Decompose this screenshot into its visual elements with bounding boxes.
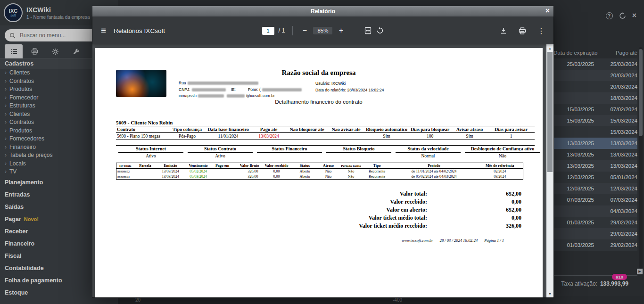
column-header: Dias para bloquear: [408, 126, 452, 133]
pdf-scrollbar[interactable]: ▲ ▼: [546, 44, 553, 297]
column-header: Tipo cobrança: [169, 126, 206, 133]
address-line-3: inmapssl.i@ixcsoft.com.br: [179, 93, 303, 99]
summary-row: Valor ticket médio total:0,00: [95, 214, 521, 222]
redacted-text: [262, 88, 302, 91]
table-cell: Normal: [396, 153, 461, 159]
table-cell: Aberto: [292, 169, 318, 174]
table-cell: 5698 - Plano 150 megas: [116, 133, 169, 140]
report-subtitle: Detalhamento financeiro do contrato: [95, 99, 543, 105]
footer-site: www.ixcsoft.com.br: [402, 238, 433, 243]
summary-value: 326,00: [427, 222, 521, 230]
column-header: Atraso: [318, 163, 339, 169]
table-cell: 02/2024: [477, 169, 523, 174]
modal-close-icon[interactable]: ×: [545, 7, 550, 15]
column-header: Parcela: [134, 163, 157, 169]
table-cell: 0,00: [261, 169, 292, 174]
summary-row: Valor total:652,00: [95, 190, 521, 198]
table-cell: Aberto: [292, 174, 318, 180]
redacted-text: [188, 82, 258, 85]
table-cell: Sim: [365, 133, 408, 140]
table-cell: [326, 153, 391, 159]
zoom-level[interactable]: 85%: [313, 27, 332, 34]
table-cell: 13/03/2024: [251, 133, 287, 140]
rotate-icon[interactable]: [376, 27, 384, 34]
summary-row: Valor ticket médio recebido:326,00: [95, 222, 521, 230]
column-header: Bloqueio automático: [365, 126, 408, 133]
redacted-text: [192, 88, 226, 91]
column-header: Data base financeiro: [206, 126, 251, 133]
scroll-up-arrow[interactable]: ▲: [546, 45, 553, 51]
table-cell: de 11/01/2024 até 04/02/2024: [391, 169, 477, 174]
table-cell: 0,00: [261, 174, 292, 180]
download-icon[interactable]: [500, 27, 507, 34]
table-cell: 13/03/2024: [157, 174, 185, 180]
modal-title: Relatório: [311, 8, 335, 15]
print-icon[interactable]: [519, 27, 526, 34]
column-header: Dias para avisar: [487, 126, 535, 133]
column-header: Status Contrato: [188, 146, 253, 153]
zoom-out-button[interactable]: −: [300, 26, 309, 35]
titles-table: ID TítuloParcelaEmissãoVencimentoPago em…: [116, 163, 523, 180]
table-cell: 05/03/2024: [185, 174, 212, 180]
column-header: Emissão: [157, 163, 185, 169]
table-cell: Não: [339, 174, 363, 180]
table-cell: [327, 133, 365, 140]
column-header: Vencimento: [185, 163, 212, 169]
contract-table: ContratoTipo cobrançaData base financeir…: [116, 126, 535, 140]
report-user-line: Usuário: IXCWiki: [315, 81, 384, 87]
summary-label: Valor ticket médio total:: [369, 214, 427, 222]
toolbar-divider: [292, 26, 293, 35]
report-modal: Relatório × ≡ Relatórios IXCsoft / 1 − 8…: [92, 6, 554, 298]
report-meta-block: Usuário: IXCWiki Data do relatório: 28/0…: [315, 81, 384, 93]
table-cell: Ativo: [188, 153, 253, 159]
modal-titlebar: Relatório ×: [92, 6, 553, 17]
table-cell: Não: [318, 169, 339, 174]
table-cell: Recorrente: [363, 169, 391, 174]
report-footer: www.ixcsoft.com.br28 / 03 / 2024 16:02:2…: [95, 238, 504, 243]
table-cell: 88808652: [116, 169, 134, 174]
pdf-scrollbar-thumb[interactable]: [547, 52, 553, 172]
table-cell: [134, 174, 157, 180]
redacted-text: [198, 94, 224, 98]
client-line: 5609 - Cliente Nico Robin: [116, 120, 173, 125]
column-header: Status Internet: [118, 146, 183, 153]
table-cell: Pós-Pago: [169, 133, 206, 140]
summary-label: Valor ticket médio recebido:: [359, 222, 427, 230]
column-header: Avisar atraso: [452, 126, 487, 133]
table-cell: 326,00: [233, 169, 261, 174]
column-header: Pago em: [212, 163, 233, 169]
table-cell: Não: [318, 174, 339, 180]
report-date-line: Data do relatório: 28/03/2024 16:02:24: [315, 87, 384, 94]
column-header: Desbloqueio de Confiança ativo: [465, 146, 540, 153]
table-cell: [287, 133, 327, 140]
table-cell: Recorrente: [363, 174, 391, 180]
status-table: Status InternetStatus ContratoStatus Fin…: [114, 146, 545, 159]
table-cell: Não: [465, 153, 540, 159]
summary-value: 652,00: [427, 206, 521, 214]
table-cell: 11/01/2024: [206, 133, 251, 140]
scroll-down-arrow[interactable]: ▼: [546, 291, 553, 296]
menu-icon[interactable]: ≡: [101, 25, 106, 36]
page-number-input[interactable]: [262, 27, 274, 35]
summary-value: 652,00: [427, 190, 521, 197]
table-cell: 05/02/2024: [185, 169, 212, 174]
table-cell: Não: [339, 169, 363, 174]
toolbar-left: ≡ Relatórios IXCsoft: [101, 25, 262, 36]
screen: { "sidebar": { "app_name": "IXCWiki", "c…: [0, 0, 644, 304]
table-cell: [257, 153, 322, 159]
column-header: Não bloquear até: [287, 126, 327, 133]
fit-page-icon[interactable]: [364, 27, 372, 34]
table-cell: 100: [408, 133, 452, 140]
column-header: Valor Bruto: [233, 163, 261, 169]
pdf-doc-title: Relatórios IXCsoft: [114, 27, 165, 34]
report-company-title: Razão social da empresa: [95, 69, 543, 77]
table-cell: Sim: [452, 133, 487, 140]
kebab-menu-icon[interactable]: ⋮: [537, 26, 545, 35]
summary-row: Valor em aberto:652,00: [95, 206, 521, 214]
report-page: Razão social da empresa Rua CNPJ:IE:Fone…: [95, 48, 543, 297]
table-cell: [212, 169, 233, 174]
redacted-text: [227, 94, 245, 98]
table-cell: Ativo: [118, 153, 183, 159]
zoom-in-button[interactable]: +: [337, 26, 345, 35]
column-header: Tipo: [363, 163, 391, 169]
